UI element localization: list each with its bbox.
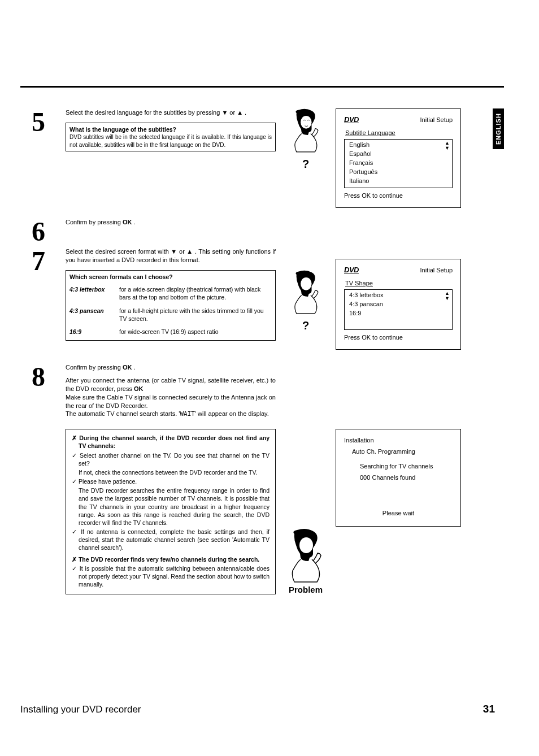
step-number-7: 7 [20,247,56,275]
step-7-body: Select the desired screen format with ▼ … [66,247,276,341]
troubleshoot-box: During the channel search, if the DVD re… [66,429,276,594]
osd-install-wait: Please wait [344,508,453,519]
man-icon [286,270,325,316]
man-icon [286,528,325,585]
step-8-body: Confirm by pressing OK . After you conne… [66,363,276,419]
trouble-item: Select another channel on the TV. Do you… [72,451,270,467]
step-6-pre: Confirm by pressing [66,219,123,225]
dvd-logo-icon: DVD [344,265,359,276]
osd-subtitle-language: DVD Initial Setup Subtitle Language ▲▼ E… [336,108,461,208]
step-8-row: 8 Confirm by pressing OK . After you con… [20,363,485,419]
osd-continue-hint: Press OK to continue [344,333,453,342]
step-7-row: 7 Select the desired screen format with … [20,247,485,350]
troubleshoot-row: During the channel search, if the DVD re… [20,429,485,594]
scroll-arrows-icon: ▲▼ [445,141,450,151]
osd-tvshape-title: TV Shape [345,279,453,288]
question-mark-icon: ? [302,158,309,171]
osd-continue-hint: Press OK to continue [344,192,453,201]
ok-label: OK [123,364,132,371]
man-icon [286,108,325,154]
trouble-item: Please have patience. [72,477,270,485]
step-8-para2: After you connect the antenna (or cable … [66,376,276,393]
osd-tvshape-list: ▲▼ 4:3 letterbox 4:3 panscan 16:9 [344,289,453,330]
format-desc: for wide-screen TV (16:9) aspect ratio [119,328,272,336]
step-6-body: Confirm by pressing OK . [66,218,276,245]
step-7-text: Select the desired screen format with ▼ … [66,247,276,264]
format-label: 4:3 panscan [69,307,114,323]
screen-format-title: Which screen formats can I choose? [69,273,272,281]
step-6-post: . [132,219,135,225]
page-number: 31 [483,703,495,715]
subtitle-box-title: What is the language of the subtitles? [69,125,272,133]
trouble-heading-1: During the channel search, if the DVD re… [72,434,270,450]
ok-label: OK [134,385,144,392]
table-row: 4:3 panscan for a full-height picture wi… [69,304,272,325]
txt: The automatic TV channel search starts. … [66,410,180,417]
scroll-arrows-icon: ▲▼ [445,291,450,301]
osd-header-initial-setup: Initial Setup [420,116,453,125]
list-item: Français [345,159,452,168]
osd-installation: Installation Auto Ch. Programming Search… [336,429,461,527]
list-item: 4:3 letterbox [345,291,452,300]
question-mark-icon: ? [302,319,309,332]
dvd-logo-icon: DVD [344,115,359,125]
format-desc: for a wide-screen display (theatrical fo… [119,285,272,301]
question-icon-col-2: ? [285,247,327,332]
trouble-item: If no antenna is connected, complete the… [72,528,270,552]
table-row: 16:9 for wide-screen TV (16:9) aspect ra… [69,325,272,338]
txt: After you connect the antenna (or cable … [66,377,276,392]
step-number-8: 8 [20,363,56,390]
trouble-heading-2: The DVD recorder finds very few/no chann… [72,555,270,563]
subtitle-box-body: DVD subtitles will be in the selected la… [69,133,272,149]
thinking-man-icon: ? [286,108,325,171]
svg-point-2 [299,537,313,553]
thinking-man-icon [286,523,325,585]
osd-install-col: Installation Auto Ch. Programming Search… [336,429,461,527]
step-5-body: Select the desired language for the subt… [66,108,276,151]
subtitle-info-box: What is the language of the subtitles? D… [66,123,276,151]
txt: . [132,364,135,371]
step-6-row: 6 Confirm by pressing OK . [20,218,485,245]
list-item: English [345,141,452,150]
format-label: 16:9 [69,328,114,336]
format-desc: for a full-height picture with the sides… [119,307,272,323]
page-content: 5 Select the desired language for the su… [20,108,485,594]
step-8-confirm: Confirm by pressing OK . [66,363,276,372]
wait-display-text: WAIT [180,410,195,418]
horizontal-rule [20,86,504,88]
footer-title: Installing your DVD recorder [20,704,141,715]
osd-tvshape-col: DVD Initial Setup TV Shape ▲▼ 4:3 letter… [336,247,461,350]
page-footer: Installing your DVD recorder 31 [20,703,495,715]
thinking-man-icon: ? [286,270,325,332]
list-item: Português [345,168,452,177]
svg-point-1 [301,277,311,290]
list-item: Italiano [345,177,452,186]
osd-install-line2: 000 Channels found [344,472,453,484]
osd-header-initial-setup: Initial Setup [420,266,453,275]
ok-label: OK [123,219,132,225]
table-row: 4:3 letterbox for a wide-screen display … [69,283,272,303]
question-icon-col-1: ? [285,108,327,171]
list-item: Español [345,150,452,159]
trouble-item: It is possible that the automatic switch… [72,564,270,589]
trouble-item: The DVD recorder searches the entire fre… [72,486,270,527]
problem-icon-col: Problem [285,523,327,594]
osd-install-sub: Auto Ch. Programming [344,446,453,458]
osd-subtitle-col: DVD Initial Setup Subtitle Language ▲▼ E… [336,108,461,208]
osd-install-line1: Searching for TV channels [344,461,453,472]
format-label: 4:3 letterbox [69,285,114,301]
language-tab-english: ENGLISH [493,108,504,149]
screen-format-box: Which screen formats can I choose? 4:3 l… [66,270,276,341]
trouble-item: If not, check the connections between th… [72,468,270,476]
step-5-row: 5 Select the desired language for the su… [20,108,485,208]
osd-tv-shape: DVD Initial Setup TV Shape ▲▼ 4:3 letter… [336,259,461,350]
step-8-para4: The automatic TV channel search starts. … [66,410,276,419]
list-item: 16:9 [345,309,452,318]
step-number-5: 5 [20,108,56,136]
step-5-text: Select the desired language for the subt… [66,108,276,117]
step-8-para3: Make sure the Cable TV signal is connect… [66,393,276,410]
list-item: 4:3 panscan [345,300,452,309]
step-number-6: 6 [20,218,56,245]
problem-label: Problem [289,585,323,594]
osd-subtitle-title: Subtitle Language [345,129,453,138]
